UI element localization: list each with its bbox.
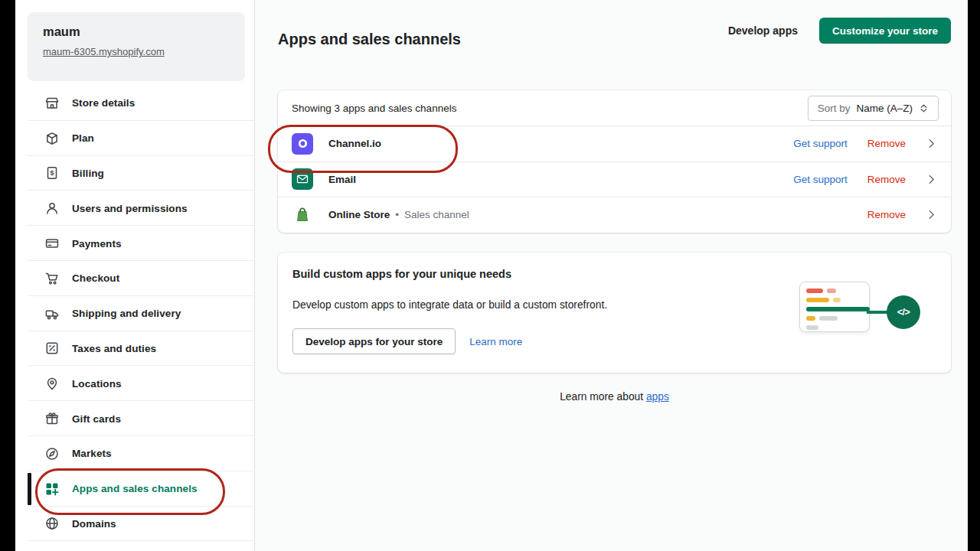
sidebar-item-billing[interactable]: $ Billing (15, 156, 254, 191)
get-support-link[interactable]: Get support (793, 174, 848, 185)
main-content: Apps and sales channels Develop apps Cus… (255, 0, 968, 551)
app-name: Online Store (328, 209, 390, 220)
settings-nav: Store details Plan $ Billing Users and p… (15, 86, 254, 541)
page-title: Apps and sales channels (278, 31, 461, 48)
row-actions: Remove (867, 209, 937, 220)
sidebar-item-label: Users and permissions (72, 203, 188, 214)
illustration-bar-row (806, 325, 863, 330)
store-name: maum (43, 24, 230, 39)
users-icon (44, 201, 60, 216)
sidebar-item-payments[interactable]: Payments (15, 226, 254, 261)
sidebar-item-label: Payments (72, 238, 122, 249)
learn-more-link[interactable]: Learn more (469, 336, 522, 347)
sidebar-item-label: Store details (72, 97, 135, 109)
store-domain-link[interactable]: maum-6305.myshopify.com (43, 46, 165, 57)
store-card: maum maum-6305.myshopify.com (28, 12, 245, 81)
illustration-bar-row (806, 289, 863, 293)
checkout-cart-icon (44, 271, 60, 286)
app-row-email[interactable]: Email Get support Remove (278, 161, 951, 197)
footer-apps-link[interactable]: apps (646, 391, 669, 403)
illustration-bar (833, 298, 841, 302)
illustration-bar (806, 307, 870, 311)
sidebar-item-checkout[interactable]: Checkout (15, 261, 254, 296)
custom-apps-illustration: </> (799, 278, 920, 336)
sidebar-item-label: Locations (72, 378, 122, 390)
plan-icon (44, 131, 60, 146)
apps-list-header: Showing 3 apps and sales channels Sort b… (278, 90, 951, 126)
gift-icon (44, 411, 60, 426)
sidebar-item-domains[interactable]: Domains (15, 507, 254, 542)
sort-value-label: Name (A–Z) (856, 103, 913, 114)
sort-prefix-label: Sort by (818, 103, 851, 114)
chevron-right-icon[interactable] (926, 174, 937, 185)
footer-text: Learn more about (560, 391, 643, 403)
active-item-indicator (28, 473, 31, 505)
settings-sidebar: maum maum-6305.myshopify.com Store detai… (15, 0, 255, 551)
develop-apps-button[interactable]: Develop apps (728, 24, 798, 37)
custom-apps-actions: Develop apps for your store Learn more (292, 328, 522, 354)
illustration-connector-line (867, 311, 888, 314)
online-store-bag-icon (292, 204, 313, 226)
sidebar-item-label: Plan (72, 132, 94, 144)
shipping-truck-icon (44, 306, 60, 321)
sort-select[interactable]: Sort by Name (A–Z) (808, 96, 939, 121)
customize-your-store-button[interactable]: Customize your store (819, 18, 951, 44)
sidebar-item-locations[interactable]: Locations (15, 366, 254, 401)
illustration-bar (819, 316, 838, 321)
custom-apps-title: Build custom apps for your unique needs (292, 268, 511, 280)
email-app-icon (292, 168, 313, 190)
sidebar-item-label: Taxes and duties (72, 343, 156, 354)
location-pin-icon (44, 376, 60, 391)
remove-link[interactable]: Remove (867, 209, 906, 220)
sidebar-item-apps-and-sales-channels[interactable]: Apps and sales channels (15, 471, 254, 507)
bullet-separator: • (395, 209, 399, 220)
develop-apps-for-store-button[interactable]: Develop apps for your store (292, 328, 456, 354)
sidebar-item-label: Markets (72, 448, 112, 459)
get-support-link[interactable]: Get support (793, 138, 848, 149)
sidebar-item-gift-cards[interactable]: Gift cards (15, 401, 254, 436)
apps-grid-icon (44, 481, 60, 497)
illustration-bar (806, 316, 815, 321)
billing-icon: $ (44, 165, 60, 181)
markets-compass-icon (44, 446, 60, 461)
sidebar-item-shipping-and-delivery[interactable]: Shipping and delivery (15, 296, 254, 331)
illustration-bar-row (806, 307, 863, 311)
app-row-channel-io[interactable]: Channel.io Get support Remove (278, 126, 951, 161)
chevron-right-icon[interactable] (926, 209, 937, 220)
app-row-online-store[interactable]: Online Store • Sales channel Remove (278, 197, 951, 233)
remove-link[interactable]: Remove (867, 174, 906, 185)
app-name: Email (328, 174, 356, 185)
illustration-bar (806, 325, 818, 330)
sidebar-item-store-details[interactable]: Store details (15, 86, 254, 121)
taxes-icon (44, 341, 60, 356)
app-window: maum maum-6305.myshopify.com Store detai… (15, 0, 968, 551)
sidebar-item-label: Gift cards (72, 413, 121, 425)
custom-apps-card: Build custom apps for your unique needs … (278, 253, 951, 373)
row-actions: Get support Remove (793, 174, 937, 185)
storefront-icon (44, 96, 60, 111)
custom-apps-body: Develop custom apps to integrate data or… (292, 299, 607, 311)
globe-icon (44, 516, 60, 531)
illustration-bar (806, 289, 823, 293)
sidebar-item-users-and-permissions[interactable]: Users and permissions (15, 191, 254, 226)
illustration-bar (827, 289, 836, 293)
app-subtitle: Sales channel (404, 209, 469, 220)
sidebar-item-label: Checkout (72, 272, 119, 284)
payments-icon (44, 236, 60, 251)
row-actions: Get support Remove (793, 138, 937, 149)
sidebar-item-plan[interactable]: Plan (15, 121, 254, 156)
illustration-bar-row (806, 316, 863, 321)
sidebar-item-label: Billing (72, 168, 104, 179)
apps-count-summary: Showing 3 apps and sales channels (292, 103, 456, 114)
svg-text:$: $ (50, 169, 54, 177)
sidebar-item-taxes-and-duties[interactable]: Taxes and duties (15, 331, 254, 367)
remove-link[interactable]: Remove (867, 138, 906, 149)
chevron-right-icon[interactable] (926, 138, 937, 149)
footer-note: Learn more about apps (278, 391, 951, 403)
sidebar-item-label: Shipping and delivery (72, 308, 181, 319)
sidebar-item-markets[interactable]: Markets (15, 436, 254, 471)
app-name: Channel.io (328, 138, 381, 149)
sort-arrows-icon (919, 103, 929, 113)
channel-io-app-icon (292, 133, 313, 155)
header-actions: Develop apps Customize your store (728, 18, 951, 44)
